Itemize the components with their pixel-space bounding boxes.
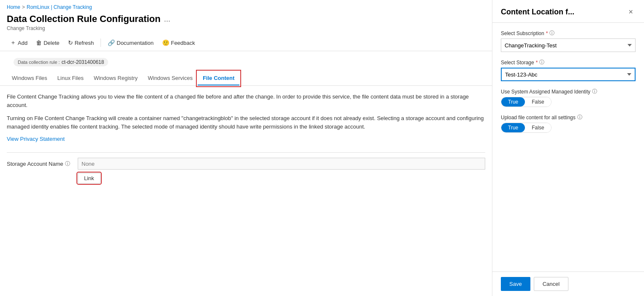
refresh-icon: ↻ xyxy=(68,39,73,46)
documentation-button[interactable]: 🔗 Documentation xyxy=(104,38,157,48)
upload-settings-label: Upload file content for all settings ⓘ xyxy=(501,114,636,121)
delete-button[interactable]: 🗑 Delete xyxy=(33,38,63,48)
managed-identity-toggle: True False xyxy=(501,97,552,107)
tab-windows-services[interactable]: Windows Services xyxy=(143,71,198,85)
storage-label: Storage Account Name ⓘ xyxy=(7,160,74,167)
main-content: Home > RomLinux | Change Tracking Data C… xyxy=(0,0,492,296)
storage-section: Storage Account Name ⓘ Link xyxy=(7,152,485,184)
link-button[interactable]: Link xyxy=(78,173,101,184)
save-button[interactable]: Save xyxy=(501,277,530,291)
tab-windows-files[interactable]: Windows Files xyxy=(7,71,52,85)
badge-value: ct-dcr-2031400618 xyxy=(62,59,104,65)
select-storage-label: Select Storage * ⓘ xyxy=(501,59,636,66)
breadcrumb-sep1: > xyxy=(22,4,25,10)
subscription-label-text: Select Subscription xyxy=(501,30,544,36)
add-icon: ＋ xyxy=(10,39,16,47)
storage-select[interactable]: Test-123-Abc xyxy=(501,68,636,81)
documentation-icon: 🔗 xyxy=(108,39,115,46)
description-text-2: Turning on File Content Change Tracking … xyxy=(7,114,485,131)
description-text-1: File Content Change Tracking allows you … xyxy=(7,93,485,109)
delete-icon: 🗑 xyxy=(36,39,42,46)
panel-footer: Save Cancel xyxy=(492,271,644,296)
delete-label: Delete xyxy=(43,40,60,46)
feedback-label: Feedback xyxy=(171,40,195,46)
privacy-link[interactable]: View Privacy Statement xyxy=(7,136,65,142)
select-storage-label-text: Select Storage xyxy=(501,60,534,66)
cancel-button[interactable]: Cancel xyxy=(534,277,568,291)
add-button[interactable]: ＋ Add xyxy=(7,37,31,48)
panel-header: Content Location f... × xyxy=(492,0,644,23)
panel-body: Select Subscription * ⓘ ChangeTracking-T… xyxy=(492,23,644,271)
storage-input[interactable] xyxy=(78,158,485,170)
breadcrumb-romlinux[interactable]: RomLinux | Change Tracking xyxy=(27,4,92,10)
data-rule-badge: Data collection rule : ct-dcr-2031400618 xyxy=(14,58,108,66)
managed-identity-group: Use System Assigned Managed Identity ⓘ T… xyxy=(501,88,636,107)
storage-label-text: Storage Account Name xyxy=(7,161,63,167)
upload-settings-group: Upload file content for all settings ⓘ T… xyxy=(501,114,636,133)
managed-identity-false-btn[interactable]: False xyxy=(525,97,551,107)
upload-settings-info-icon: ⓘ xyxy=(577,114,582,121)
refresh-button[interactable]: ↻ Refresh xyxy=(65,38,98,48)
toolbar: ＋ Add 🗑 Delete ↻ Refresh 🔗 Documentation… xyxy=(0,35,492,51)
tab-content: File Content Change Tracking allows you … xyxy=(0,86,492,296)
upload-settings-label-text: Upload file content for all settings xyxy=(501,115,576,121)
badge-prefix: Data collection rule : xyxy=(18,60,60,65)
page-title: Data Collection Rule Configuration xyxy=(7,14,160,25)
breadcrumb-home[interactable]: Home xyxy=(7,4,20,10)
feedback-button[interactable]: 🙂 Feedback xyxy=(159,38,198,48)
add-label: Add xyxy=(18,40,27,46)
refresh-label: Refresh xyxy=(75,40,94,46)
upload-settings-toggle: True False xyxy=(501,123,552,133)
subscription-select[interactable]: ChangeTracking-Test xyxy=(501,38,636,52)
feedback-icon: 🙂 xyxy=(162,39,169,46)
subscription-label: Select Subscription * ⓘ xyxy=(501,30,636,37)
managed-identity-label-text: Use System Assigned Managed Identity xyxy=(501,89,590,95)
subscription-group: Select Subscription * ⓘ ChangeTracking-T… xyxy=(501,30,636,52)
subscription-info-icon: ⓘ xyxy=(549,30,554,37)
managed-identity-label: Use System Assigned Managed Identity ⓘ xyxy=(501,88,636,95)
tabs-container: Windows Files Linux Files Windows Regist… xyxy=(0,71,492,86)
managed-identity-info-icon: ⓘ xyxy=(592,88,597,95)
upload-false-btn[interactable]: False xyxy=(525,123,551,132)
panel-title: Content Location f... xyxy=(501,8,574,16)
upload-true-btn[interactable]: True xyxy=(501,123,525,132)
breadcrumb: Home > RomLinux | Change Tracking xyxy=(0,0,492,12)
tab-file-content[interactable]: File Content xyxy=(198,71,239,85)
documentation-label: Documentation xyxy=(117,40,153,46)
storage-group: Select Storage * ⓘ Test-123-Abc xyxy=(501,59,636,81)
tab-windows-registry[interactable]: Windows Registry xyxy=(89,71,143,85)
toolbar-divider xyxy=(101,38,101,47)
subscription-required: * xyxy=(546,30,548,36)
managed-identity-true-btn[interactable]: True xyxy=(501,97,525,107)
panel-close-button[interactable]: × xyxy=(626,7,636,17)
page-subtitle: Change Tracking xyxy=(0,25,492,35)
storage-required: * xyxy=(536,60,538,66)
page-header: Data Collection Rule Configuration ... xyxy=(0,12,492,25)
storage-select-info-icon: ⓘ xyxy=(539,59,544,66)
storage-info-icon: ⓘ xyxy=(65,160,70,167)
tab-linux-files[interactable]: Linux Files xyxy=(52,71,89,85)
page-more-button[interactable]: ... xyxy=(164,15,170,24)
storage-row: Storage Account Name ⓘ xyxy=(7,158,485,170)
right-panel: Content Location f... × Select Subscript… xyxy=(492,0,644,296)
